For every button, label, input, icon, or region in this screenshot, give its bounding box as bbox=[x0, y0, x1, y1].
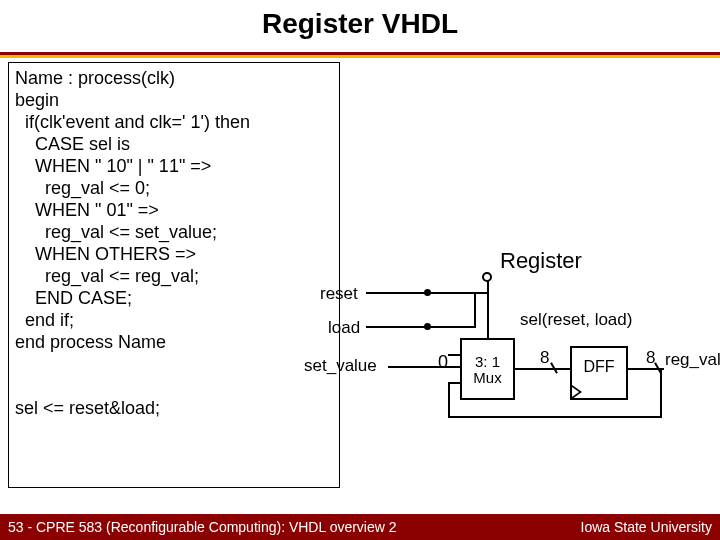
load-label: load bbox=[328, 318, 360, 338]
register-label: Register bbox=[500, 248, 582, 274]
footer-right: Iowa State University bbox=[581, 519, 713, 535]
mux-block: 3: 1 Mux bbox=[460, 338, 515, 400]
sel-label: sel(reset, load) bbox=[520, 310, 632, 330]
slide-title: Register VHDL bbox=[0, 0, 720, 40]
reset-label: reset bbox=[320, 284, 358, 304]
slide-content: Name : process(clk) begin if(clk'event a… bbox=[0, 58, 720, 502]
vhdl-code-block: Name : process(clk) begin if(clk'event a… bbox=[8, 62, 340, 488]
bus-width-8-mux-out: 8 bbox=[540, 348, 549, 368]
slide-footer: 53 - CPRE 583 (Reconfigurable Computing)… bbox=[0, 514, 720, 540]
bus-width-8-dff-out: 8 bbox=[646, 348, 655, 368]
register-diagram: Register reset load set_value 0 sel(rese… bbox=[350, 248, 710, 478]
zero-label: 0 bbox=[438, 352, 448, 373]
reg-val-label: reg_val bbox=[665, 350, 720, 370]
footer-left: 53 - CPRE 583 (Reconfigurable Computing)… bbox=[8, 519, 397, 535]
set-value-label: set_value bbox=[304, 356, 377, 376]
